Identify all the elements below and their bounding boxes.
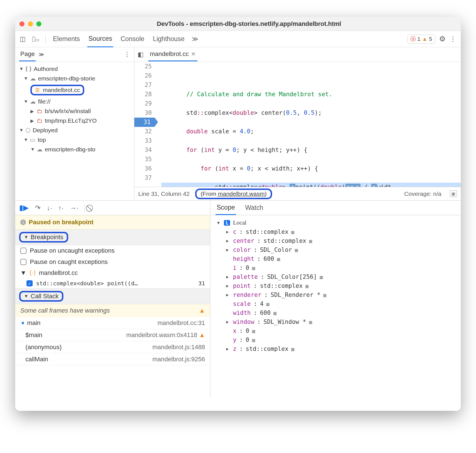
memory-icon[interactable]: ▦ — [252, 337, 255, 343]
tab-console[interactable]: Console — [119, 31, 145, 47]
scope-variable[interactable]: ▶point: std::complex▦ — [210, 281, 461, 290]
step-out-icon[interactable]: ↑· — [58, 204, 64, 212]
authored-section[interactable]: Authored — [34, 66, 58, 72]
callstack-warning: Some call frames have warnings▲ — [15, 304, 210, 317]
main-toolbar: ◫ ⌷▭ Elements Sources Console Lighthouse… — [15, 31, 461, 47]
folder-install[interactable]: b/s/w/ir/x/w/install — [45, 108, 91, 115]
step-over-icon[interactable]: ↷ — [35, 204, 41, 212]
memory-icon[interactable]: ▦ — [291, 346, 294, 352]
callstack-section-header[interactable]: ▼Call Stack — [15, 288, 210, 304]
toggle-sidebar-icon[interactable]: ◧ — [138, 51, 144, 58]
selected-file-highlight: 🗎mandelbrot.cc — [30, 85, 84, 95]
memory-icon[interactable]: ▦ — [252, 265, 255, 271]
menu-icon[interactable]: ⋮ — [450, 35, 456, 43]
editor-tab-mandelbrot[interactable]: mandelbrot.cc✕ — [148, 48, 197, 61]
debugger-panel: ▮▶ ↷ ↓· ↑· →· ⃠ i Paused on breakpoint ▼… — [15, 201, 210, 398]
callstack-frame[interactable]: $mainmandelbrot.wasm:0x4118▲ — [15, 329, 210, 341]
step-into-icon[interactable]: ↓· — [47, 204, 52, 212]
watch-tab[interactable]: Watch — [244, 201, 264, 214]
memory-icon[interactable]: ▦ — [252, 328, 255, 334]
scope-variable[interactable]: scale: 4▦ — [210, 299, 461, 308]
warning-icon: ▲ — [199, 331, 205, 339]
callstack-frame[interactable]: (anonymous)mandelbrot.js:1488 — [15, 341, 210, 353]
memory-icon[interactable]: ▦ — [323, 292, 326, 298]
maximize-window-button[interactable] — [36, 21, 41, 26]
cursor-position: Line 31, Column 42 — [138, 190, 190, 197]
editor: ◧ mandelbrot.cc✕ 25 26 27 28 29 30 31 32… — [134, 47, 461, 200]
cloud-icon: ☁ — [37, 146, 43, 153]
minimize-window-button[interactable] — [28, 21, 33, 26]
file-mandelbrot-cc[interactable]: mandelbrot.cc — [43, 87, 80, 93]
scope-variable[interactable]: ▶center: std::complex▦ — [210, 236, 461, 245]
line-gutter[interactable]: 25 26 27 28 29 30 31 32 33 34 35 36 37 — [134, 62, 156, 187]
tab-lighthouse[interactable]: Lighthouse — [152, 31, 186, 47]
memory-icon[interactable]: ▦ — [277, 256, 280, 262]
toggle-panel-icon[interactable]: ▣ — [450, 190, 457, 197]
close-icon[interactable]: ✕ — [191, 51, 196, 57]
device-toggle-icon[interactable]: ⌷▭ — [32, 35, 39, 43]
titlebar: DevTools - emscripten-dbg-stories.netlif… — [15, 17, 461, 31]
sidebar-menu-icon[interactable]: ⋮ — [124, 51, 130, 58]
scope-variable[interactable]: ▶renderer: SDL_Renderer *▦ — [210, 290, 461, 299]
caught-exceptions-checkbox[interactable]: Pause on caught exceptions — [15, 256, 210, 268]
scope-variable[interactable]: i: 0▦ — [210, 263, 461, 272]
info-icon: i — [20, 219, 26, 225]
scope-local-header[interactable]: ▼LLocal — [210, 218, 461, 227]
memory-icon[interactable]: ▦ — [306, 283, 309, 289]
scope-variable[interactable]: ▶color: SDL_Color▦ — [210, 245, 461, 254]
page-tab[interactable]: Page — [19, 48, 36, 61]
origin2-item[interactable]: emscripten-dbg-sto — [45, 146, 95, 153]
memory-icon[interactable]: ▦ — [291, 229, 294, 235]
paused-banner: i Paused on breakpoint — [15, 215, 210, 229]
coverage-label: Coverage: n/a — [404, 190, 441, 197]
origin-item[interactable]: emscripten-dbg-storie — [38, 75, 95, 82]
cube-icon: ⬡ — [25, 127, 30, 134]
scope-variable[interactable]: width: 600▦ — [210, 308, 461, 317]
issues-badge[interactable]: ⓧ1 ▲5 — [407, 35, 435, 44]
code-content[interactable]: // Calculate and draw the Mandelbrot set… — [156, 62, 461, 187]
tab-elements[interactable]: Elements — [52, 31, 81, 47]
folder-tmp[interactable]: tmp/tmp.ELcTq2YO — [45, 117, 97, 124]
breakpoint-file[interactable]: ▼⟨·⟩mandelbrot.cc — [15, 268, 210, 278]
window-title: DevTools - emscripten-dbg-stories.netlif… — [41, 20, 457, 28]
step-icon[interactable]: →· — [70, 204, 78, 212]
more-tabs-icon[interactable]: ≫ — [192, 35, 198, 43]
debugger-toolbar: ▮▶ ↷ ↓· ↑· →· ⃠ — [15, 201, 210, 215]
memory-icon[interactable]: ▦ — [295, 247, 298, 253]
source-from-link[interactable]: (From mandelbrot.wasm) — [195, 189, 272, 199]
scope-tab[interactable]: Scope — [215, 201, 236, 215]
scope-variable[interactable]: y: 0▦ — [210, 335, 461, 344]
memory-icon[interactable]: ▦ — [266, 301, 270, 307]
inspect-icon[interactable]: ◫ — [20, 35, 26, 43]
file-protocol-item[interactable]: file:// — [38, 98, 50, 105]
scope-variable[interactable]: ▶c: std::complex▦ — [210, 227, 461, 236]
scope-variable[interactable]: ▶palette: SDL_Color[256]▦ — [210, 272, 461, 281]
memory-icon[interactable]: ▦ — [273, 310, 277, 316]
file-tree[interactable]: ▼⟨ ⟩Authored ▼☁emscripten-dbg-storie 🗎ma… — [15, 62, 134, 200]
memory-icon[interactable]: ▦ — [309, 319, 312, 325]
top-frame[interactable]: top — [38, 136, 46, 143]
breakpoints-section-header[interactable]: ▼Breakpoints — [15, 229, 210, 245]
memory-icon[interactable]: ▦ — [309, 238, 312, 244]
close-window-button[interactable] — [19, 21, 25, 26]
file-sidebar: Page ≫ ⋮ ▼⟨ ⟩Authored ▼☁emscripten-dbg-s… — [15, 47, 134, 200]
callstack-frame[interactable]: callMainmandelbrot.js:9256 — [15, 353, 210, 365]
breakpoint-item[interactable]: ✓std::complex<double> point((d…31 — [15, 278, 210, 288]
scope-variable[interactable]: height: 600▦ — [210, 254, 461, 263]
deployed-section[interactable]: Deployed — [33, 127, 58, 134]
breakpoint-marker[interactable]: 31 — [134, 118, 155, 127]
scope-variable[interactable]: x: 0▦ — [210, 326, 461, 335]
callstack-frame[interactable]: ➧ mainmandelbrot.cc:31 — [15, 317, 210, 329]
frame-icon: ▭ — [30, 136, 35, 143]
folder-icon: 🗀 — [37, 108, 43, 115]
scope-variable[interactable]: ▶z: std::complex▦ — [210, 344, 461, 353]
resume-icon[interactable]: ▮▶ — [19, 203, 29, 212]
memory-icon[interactable]: ▦ — [320, 274, 323, 280]
scope-variable[interactable]: ▶window: SDL_Window *▦ — [210, 317, 461, 326]
uncaught-exceptions-checkbox[interactable]: Pause on uncaught exceptions — [15, 245, 210, 256]
file-icon: ⟨·⟩ — [29, 269, 36, 277]
more-icon[interactable]: ≫ — [39, 51, 44, 58]
settings-icon[interactable]: ⚙ — [439, 35, 446, 43]
tab-sources[interactable]: Sources — [87, 31, 113, 47]
local-badge: L — [224, 220, 230, 226]
